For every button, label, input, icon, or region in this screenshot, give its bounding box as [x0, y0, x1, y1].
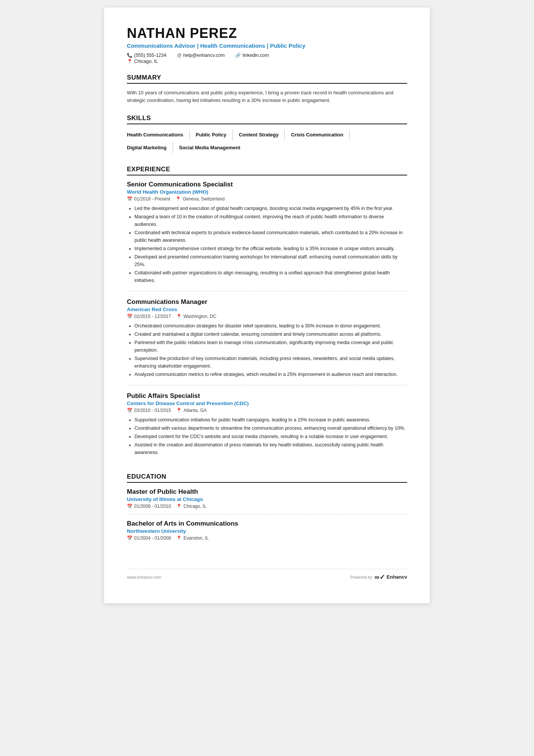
experience-section: EXPERIENCE Senior Communications Special…	[127, 166, 407, 463]
location-pin-icon: 📍	[175, 196, 181, 202]
skills-section: SKILLS Health CommunicationsPublic Polic…	[127, 114, 407, 155]
bullet-item: Led the development and execution of glo…	[134, 205, 407, 212]
job-location: 📍 Washington, DC	[176, 314, 216, 319]
experience-block: Public Affairs Specialist Centers for Di…	[127, 392, 407, 463]
bullet-item: Created and maintained a digital content…	[134, 330, 407, 338]
email-item: @ help@enhancv.com	[177, 53, 225, 58]
location-text: Chicago, IL	[134, 59, 158, 64]
experience-title: EXPERIENCE	[127, 166, 407, 175]
phone-icon: 📞	[127, 53, 133, 58]
summary-section: SUMMARY With 10 years of communications …	[127, 74, 407, 105]
skill-tag: Crisis Communication	[291, 130, 350, 140]
bullet-item: Analyzed communication metrics to refine…	[134, 371, 407, 378]
email-icon: @	[177, 53, 181, 58]
education-title: EDUCATION	[127, 473, 407, 483]
bullet-item: Coordinated with technical experts to pr…	[134, 229, 407, 244]
job-meta: 📅 01/2018 - Present 📍 Geneva, Switzerlan…	[127, 196, 407, 202]
education-block: Master of Public Health University of Il…	[127, 488, 407, 515]
job-bullets: Supported communication initiatives for …	[127, 416, 407, 456]
bullet-item: Collaborated with partner organizations …	[134, 269, 407, 284]
location-item: 📍 Chicago, IL	[127, 59, 158, 64]
calendar-icon: 📅	[127, 408, 133, 413]
job-bullets: Orchestrated communication strategies fo…	[127, 322, 407, 378]
edu-dates: 📅 01/2004 - 01/2008	[127, 535, 171, 541]
skill-tag: Digital Marketing	[127, 142, 173, 153]
summary-text: With 10 years of communications and publ…	[127, 89, 407, 105]
location-pin-icon: 📍	[176, 408, 182, 413]
calendar-icon: 📅	[127, 314, 133, 319]
company-name: World Health Organization (WHO)	[127, 189, 407, 195]
skill-tag: Social Media Management	[179, 142, 247, 153]
experience-container: Senior Communications Specialist World H…	[127, 181, 407, 463]
job-dates: 📅 01/2018 - Present	[127, 196, 170, 202]
location-pin-icon: 📍	[176, 535, 182, 541]
footer-right: Powered by ∞✓ Enhancv	[350, 574, 407, 581]
job-title: Senior Communications Specialist	[127, 181, 407, 188]
powered-by-text: Powered by	[350, 575, 372, 579]
edu-meta: 📅 01/2008 - 01/2010 📍 Chicago, IL	[127, 504, 407, 509]
bullet-item: Developed content for the CDC's website …	[134, 433, 407, 440]
job-dates: 📅 03/2010 - 01/2015	[127, 408, 171, 413]
education-container: Master of Public Health University of Il…	[127, 488, 407, 546]
bullet-item: Partnered with the public relations team…	[134, 339, 407, 354]
contact-row: 📞 (555) 555-1234 @ help@enhancv.com 🔗 li…	[127, 53, 407, 58]
candidate-title: Communications Advisor | Health Communic…	[127, 42, 407, 49]
location-row: 📍 Chicago, IL	[127, 59, 407, 64]
summary-title: SUMMARY	[127, 74, 407, 84]
education-section: EDUCATION Master of Public Health Univer…	[127, 473, 407, 546]
bullet-item: Coordinated with various departments to …	[134, 424, 407, 432]
edu-degree: Bachelor of Arts in Communications	[127, 520, 407, 527]
edu-school: Northwestern University	[127, 528, 407, 534]
candidate-name: NATHAN PEREZ	[127, 26, 407, 41]
job-bullets: Led the development and execution of glo…	[127, 205, 407, 284]
bullet-item: Managed a team of 10 in the creation of …	[134, 213, 407, 228]
email-address: help@enhancv.com	[183, 53, 225, 58]
footer-website: www.enhancv.com	[127, 575, 161, 579]
calendar-icon: 📅	[127, 504, 133, 509]
calendar-icon: 📅	[127, 196, 133, 202]
edu-location: 📍 Chicago, IL	[176, 504, 206, 509]
job-location: 📍 Geneva, Switzerland	[175, 196, 225, 202]
location-icon: 📍	[127, 59, 133, 64]
location-pin-icon: 📍	[176, 504, 182, 509]
footer: www.enhancv.com Powered by ∞✓ Enhancv	[127, 569, 407, 581]
job-location: 📍 Atlanta, GA	[176, 408, 206, 413]
edu-meta: 📅 01/2004 - 01/2008 📍 Evanston, IL	[127, 535, 407, 541]
job-meta: 📅 02/2015 - 12/2017 📍 Washington, DC	[127, 314, 407, 319]
skills-row: Health CommunicationsPublic PolicyConten…	[127, 130, 407, 155]
bullet-item: Developed and presented communication tr…	[134, 253, 407, 268]
location-pin-icon: 📍	[176, 314, 182, 319]
logo-icon: ∞✓	[375, 574, 385, 581]
header: NATHAN PEREZ Communications Advisor | He…	[127, 26, 407, 64]
company-name: Centers for Disease Control and Preventi…	[127, 401, 407, 406]
job-dates: 📅 02/2015 - 12/2017	[127, 314, 171, 319]
bullet-item: Orchestrated communication strategies fo…	[134, 322, 407, 330]
education-block: Bachelor of Arts in Communications North…	[127, 520, 407, 546]
experience-block: Communications Manager American Red Cros…	[127, 298, 407, 385]
enhancv-logo: ∞✓ Enhancv	[375, 574, 407, 581]
skill-tag: Content Strategy	[239, 130, 285, 140]
brand-name: Enhancv	[387, 574, 407, 580]
edu-dates: 📅 01/2008 - 01/2010	[127, 504, 171, 509]
edu-school: University of Illinois at Chicago	[127, 496, 407, 502]
bullet-item: Implemented a comprehensive content stra…	[134, 245, 407, 252]
job-meta: 📅 03/2010 - 01/2015 📍 Atlanta, GA	[127, 408, 407, 413]
linkedin-item: 🔗 linkedin.com	[235, 53, 269, 58]
job-title: Communications Manager	[127, 298, 407, 306]
phone-item: 📞 (555) 555-1234	[127, 53, 166, 58]
bullet-item: Assisted in the creation and disseminati…	[134, 441, 407, 456]
skills-title: SKILLS	[127, 114, 407, 124]
skill-tag: Public Policy	[196, 130, 233, 140]
phone-number: (555) 555-1234	[134, 53, 166, 58]
bullet-item: Supervised the production of key communi…	[134, 355, 407, 370]
job-title: Public Affairs Specialist	[127, 392, 407, 400]
linkedin-url: linkedin.com	[242, 53, 269, 58]
experience-block: Senior Communications Specialist World H…	[127, 181, 407, 291]
skill-tag: Health Communications	[127, 130, 190, 140]
company-name: American Red Cross	[127, 307, 407, 312]
edu-location: 📍 Evanston, IL	[176, 535, 209, 541]
edu-degree: Master of Public Health	[127, 488, 407, 496]
resume-page: NATHAN PEREZ Communications Advisor | He…	[104, 8, 430, 603]
calendar-icon: 📅	[127, 535, 133, 541]
bullet-item: Supported communication initiatives for …	[134, 416, 407, 424]
